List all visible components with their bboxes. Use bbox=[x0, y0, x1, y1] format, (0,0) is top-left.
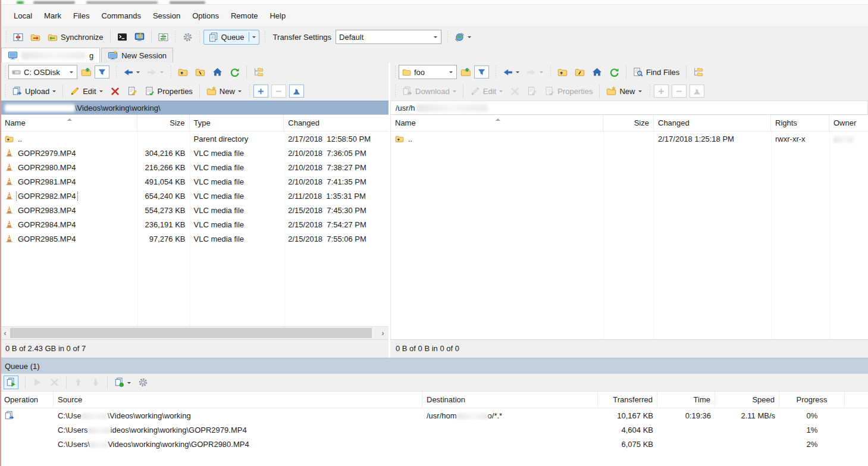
queue-header-band[interactable]: Queue (1) bbox=[0, 358, 868, 374]
table-row[interactable]: GOPR2985.MP4 97,276 KB VLC media file 2/… bbox=[1, 232, 388, 246]
queue-toggle-main[interactable]: Queue bbox=[204, 30, 249, 44]
root-directory-button[interactable] bbox=[192, 65, 209, 80]
table-row[interactable]: GOPR2981.MP4 491,054 KB VLC media file 2… bbox=[1, 174, 388, 189]
column-header-type[interactable]: Type bbox=[190, 115, 284, 131]
column-header-owner[interactable]: Owner bbox=[829, 115, 867, 131]
edit-button[interactable]: Edit bbox=[466, 84, 506, 99]
toolbar-grip[interactable] bbox=[174, 31, 177, 43]
table-row[interactable]: GOPR2979.MP4 304,216 KB VLC media file 2… bbox=[1, 146, 388, 160]
upload-button[interactable]: Upload bbox=[8, 84, 59, 99]
new-session-tab[interactable]: New Session bbox=[101, 48, 173, 62]
remove-column-button[interactable] bbox=[672, 85, 687, 98]
tree-toggle-button[interactable] bbox=[690, 65, 707, 80]
scroll-right-arrow[interactable]: › bbox=[378, 328, 388, 338]
remove-column-button[interactable] bbox=[271, 85, 286, 98]
remote-dir-select[interactable]: foo bbox=[399, 65, 457, 79]
forward-button[interactable] bbox=[143, 65, 167, 80]
toolbar-grip[interactable] bbox=[649, 85, 651, 97]
refresh-button[interactable] bbox=[226, 65, 243, 80]
new-button[interactable]: New bbox=[603, 84, 645, 99]
queue-toggle-button[interactable]: Queue bbox=[203, 30, 259, 45]
toolbar-grip[interactable] bbox=[5, 31, 7, 43]
queue-row[interactable]: C:\Usersideos\working\working\GOPR2979.M… bbox=[0, 423, 868, 437]
horizontal-scrollbar[interactable]: ‹ › bbox=[0, 326, 388, 339]
parent-directory-button[interactable] bbox=[174, 65, 192, 80]
rename-button[interactable] bbox=[124, 84, 141, 99]
toolbar-grip[interactable] bbox=[249, 85, 251, 97]
queue-move-up-button[interactable] bbox=[70, 375, 87, 390]
queue-preferences-button[interactable] bbox=[134, 375, 152, 390]
column-header-progress[interactable]: Progress bbox=[779, 392, 845, 408]
toolbar-grip[interactable] bbox=[4, 85, 6, 97]
column-header-source[interactable]: Source bbox=[54, 392, 422, 408]
transfer-settings-select[interactable]: Default bbox=[336, 30, 441, 44]
toolbar-grip[interactable] bbox=[549, 66, 551, 78]
back-button[interactable] bbox=[499, 65, 523, 80]
column-header-time[interactable]: Time bbox=[657, 392, 715, 408]
table-row-parent[interactable]: .. 2/17/2018 1:25:18 PM rwxr-xr-x bbox=[391, 132, 868, 146]
scroll-left-arrow[interactable]: ‹ bbox=[0, 328, 10, 338]
toolbar-grip[interactable] bbox=[199, 31, 201, 43]
parent-directory-button[interactable] bbox=[554, 65, 571, 80]
menu-help[interactable]: Help bbox=[264, 9, 291, 23]
sort-filter-button[interactable] bbox=[289, 85, 304, 98]
filter-button[interactable] bbox=[474, 65, 489, 79]
refresh-button[interactable] bbox=[606, 65, 623, 80]
column-header-size[interactable]: Size bbox=[603, 115, 654, 131]
queue-resume-button[interactable] bbox=[29, 375, 46, 390]
delete-button[interactable] bbox=[106, 84, 124, 99]
column-header-rights[interactable]: Rights bbox=[771, 115, 829, 131]
table-row-focused[interactable]: GOPR2982.MP4 654,240 KB VLC media file 2… bbox=[1, 189, 388, 203]
toolbar-grip[interactable] bbox=[170, 66, 172, 78]
queue-move-down-button[interactable] bbox=[87, 375, 104, 390]
session-tab-active[interactable]: g bbox=[1, 48, 100, 62]
sort-filter-button[interactable] bbox=[690, 85, 704, 98]
home-directory-button[interactable] bbox=[209, 65, 226, 80]
table-row[interactable]: GOPR2983.MP4 554,273 KB VLC media file 2… bbox=[1, 203, 388, 217]
table-row[interactable]: GOPR2980.MP4 216,266 KB VLC media file 2… bbox=[1, 160, 388, 174]
menu-mark[interactable]: Mark bbox=[39, 9, 67, 23]
toolbar-grip[interactable] bbox=[4, 66, 6, 78]
queue-idle-button[interactable] bbox=[111, 375, 134, 390]
root-directory-button[interactable] bbox=[571, 65, 588, 80]
properties-button[interactable]: Properties bbox=[141, 84, 196, 99]
column-header-changed[interactable]: Changed bbox=[654, 115, 771, 131]
menu-local[interactable]: Local bbox=[8, 9, 37, 23]
column-header-size[interactable]: Size bbox=[137, 115, 190, 131]
add-column-button[interactable] bbox=[253, 85, 268, 98]
forward-button[interactable] bbox=[523, 65, 547, 80]
swap-panels-button[interactable] bbox=[155, 30, 172, 45]
home-directory-button[interactable] bbox=[588, 65, 606, 80]
find-files-button[interactable]: Find Files bbox=[629, 65, 683, 80]
toolbar-grip[interactable] bbox=[115, 66, 117, 78]
column-header-destination[interactable]: Destination bbox=[422, 392, 598, 408]
toolbar-grip[interactable] bbox=[394, 66, 396, 78]
queue-row[interactable]: C:\Use\Videos\working\working /usr/homo/… bbox=[0, 408, 868, 423]
toolbar-grip[interactable] bbox=[494, 66, 497, 78]
queue-toggle-dropdown[interactable] bbox=[249, 32, 259, 42]
table-row-parent[interactable]: .. Parent directory 2/17/2018 12:58:50 P… bbox=[1, 132, 388, 146]
add-column-button[interactable] bbox=[654, 85, 669, 98]
remote-path-bar[interactable]: /usr/h bbox=[390, 101, 868, 115]
toolbar-grip[interactable] bbox=[394, 85, 396, 97]
back-button[interactable] bbox=[120, 65, 143, 80]
column-header-transferred[interactable]: Transferred bbox=[598, 392, 657, 408]
drive-select[interactable]: C: OSDisk bbox=[8, 65, 77, 79]
column-header-changed[interactable]: Changed bbox=[284, 115, 388, 131]
queue-delete-button[interactable] bbox=[46, 375, 63, 390]
transfer-options-button[interactable] bbox=[451, 30, 475, 45]
synchronize-button[interactable]: Synchronize bbox=[44, 30, 107, 45]
local-path-bar[interactable]: \Videos\working\working\ bbox=[0, 101, 388, 115]
filter-button[interactable] bbox=[95, 65, 109, 79]
open-directory-button[interactable] bbox=[457, 65, 474, 80]
new-button[interactable]: New bbox=[203, 84, 245, 99]
console-button[interactable] bbox=[131, 30, 148, 45]
download-button[interactable]: Download bbox=[399, 84, 460, 99]
properties-button[interactable]: Properties bbox=[541, 84, 596, 99]
open-directory-button[interactable] bbox=[77, 65, 95, 80]
toolbar-grip[interactable] bbox=[264, 31, 267, 43]
scrollbar-thumb[interactable] bbox=[10, 328, 372, 338]
edit-button[interactable]: Edit bbox=[66, 84, 106, 99]
queue-row[interactable]: C:\Users\Videos\working\working\GOPR2980… bbox=[0, 437, 868, 451]
column-header-speed[interactable]: Speed bbox=[715, 392, 779, 408]
